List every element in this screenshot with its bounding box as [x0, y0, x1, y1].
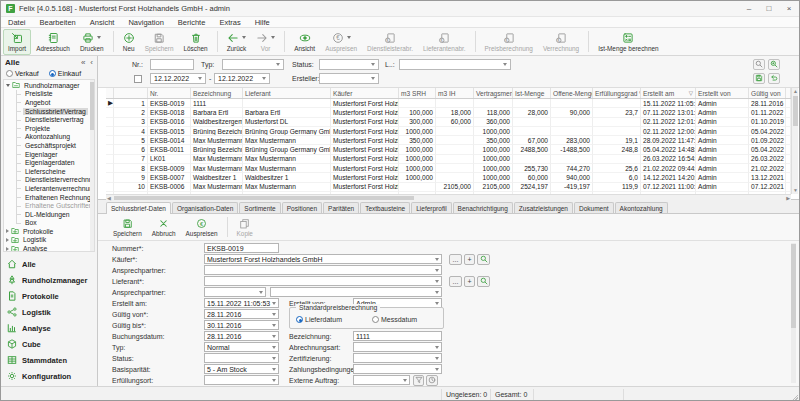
- detail-tab[interactable]: Organisation-Daten: [172, 202, 238, 213]
- advanced-search-button[interactable]: [768, 59, 780, 70]
- nav-analyse[interactable]: Analyse: [1, 320, 97, 336]
- zahlungsbedingungen-select[interactable]: [353, 364, 442, 374]
- auspreisen-button[interactable]: € Auspreisen: [320, 29, 362, 55]
- kaeufer-browse-button[interactable]: ...: [449, 254, 462, 265]
- minimize-button[interactable]: –: [744, 4, 754, 13]
- col-nr[interactable]: Nr.: [148, 88, 191, 98]
- tree-root-rundholzmanager[interactable]: Rundholzmanager: [4, 81, 94, 90]
- detail-tab[interactable]: Sortimente: [239, 202, 280, 213]
- bezeichnung-field[interactable]: 1111: [353, 331, 442, 341]
- col-m3srh[interactable]: m3 SRH: [399, 88, 436, 98]
- nav-rundholzmanager[interactable]: Rundholzmanager: [1, 272, 97, 288]
- menu-item[interactable]: Extras: [212, 18, 247, 27]
- detail-tab[interactable]: Benachrichtigung: [453, 202, 513, 213]
- l-filter-select[interactable]: [399, 59, 511, 70]
- lieferant-select[interactable]: [204, 276, 442, 286]
- tree-item[interactable]: Erhaltenen Rechnungen: [4, 193, 94, 202]
- col-rownum[interactable]: [114, 88, 148, 98]
- kaeufer-select[interactable]: Musterforst Forst Holzhandels GmbH: [204, 254, 442, 264]
- menu-item[interactable]: Navigation: [121, 18, 170, 27]
- search-button[interactable]: [753, 59, 765, 70]
- typ-filter-select[interactable]: [222, 59, 284, 70]
- table-horizontal-scrollbar[interactable]: ◀▶: [106, 194, 791, 200]
- menu-item[interactable]: Berichte: [171, 18, 213, 27]
- detail-tab[interactable]: Zusatzleistungen: [514, 202, 573, 213]
- gueltig-bis-select[interactable]: 30.11.2016: [204, 320, 279, 330]
- tree-scrollbar[interactable]: [90, 80, 94, 251]
- table-vertical-scrollbar[interactable]: ▲▼: [791, 88, 798, 194]
- table-row[interactable]: 2 EKSB-0018 Barbara Ertl Barbara Ertl Mu…: [106, 108, 791, 117]
- zurueck-button[interactable]: Zurück: [222, 29, 252, 55]
- tree-item[interactable]: DL-Meldungen: [4, 210, 94, 219]
- tree-item[interactable]: Lieferantenverrechnung: [4, 184, 94, 193]
- radio-messdatum[interactable]: Messdatum: [372, 316, 417, 323]
- status-filter-select[interactable]: [319, 59, 379, 70]
- table-row[interactable]: 9 EKSB-0007 Waldbesitzer 1 Waldbesitzer …: [106, 173, 791, 182]
- ansprechpartner1-select[interactable]: [204, 265, 442, 275]
- date-from-select[interactable]: 12.12.2022: [150, 73, 206, 84]
- ist-menge-berechnen-button[interactable]: Ist-Menge berechnen: [593, 29, 663, 55]
- table-row[interactable]: 4 EKSB-0015 Brüning Bezeichn... Brüning …: [106, 127, 791, 136]
- tree-item[interactable]: Preisliste: [4, 90, 94, 99]
- tree-item[interactable]: Dienstleistervertrag: [4, 115, 94, 124]
- collapse-all-button[interactable]: «: [81, 58, 85, 67]
- table-row[interactable]: ▶ 1 EKSB-0019 1111 Musterforst Forst Hol…: [106, 99, 791, 108]
- save-filter-button[interactable]: [753, 73, 765, 84]
- buchungsdatum-select[interactable]: 28.11.2016: [204, 331, 279, 341]
- tree-item[interactable]: Geschäftsprojekt: [4, 141, 94, 150]
- form-scrollbar[interactable]: [791, 243, 796, 383]
- lieferant-add-button[interactable]: +: [464, 276, 475, 287]
- detail-auspreisen-button[interactable]: € Auspreisen: [181, 215, 223, 240]
- tree-root-protokolle[interactable]: Protokolle: [4, 227, 94, 236]
- table-row[interactable]: 7 LK01 Max Mustermann Max Mustermann Mus…: [106, 155, 791, 164]
- col-erstellt-am[interactable]: Erstellt am▽: [641, 88, 696, 98]
- ansicht-button[interactable]: Ansicht: [289, 29, 320, 55]
- tree-item[interactable]: Box: [4, 219, 94, 228]
- typ-select[interactable]: Normal: [204, 342, 279, 352]
- radio-lieferdatum[interactable]: Lieferdatum: [296, 316, 342, 323]
- erstellt-am-select[interactable]: 15.11.2022 11:05:53: [204, 298, 279, 308]
- menu-item[interactable]: Bearbeiten: [33, 18, 83, 27]
- tree-item[interactable]: Eigenlager: [4, 150, 94, 159]
- close-button[interactable]: ×: [784, 4, 794, 13]
- tree-item[interactable]: Erhaltene Gutschriften: [4, 201, 94, 210]
- col-erfuellungsgrad[interactable]: Erfüllungsgrad %: [593, 88, 641, 98]
- nav-logistik[interactable]: Logistik: [1, 304, 97, 320]
- table-row[interactable]: 8 EKSB-0009 Max Mustermann Max Musterman…: [106, 164, 791, 173]
- externe-auftrag-history-button[interactable]: [426, 375, 438, 386]
- nav-cube[interactable]: Cube: [1, 336, 97, 352]
- col-marker[interactable]: [106, 88, 114, 98]
- import-button[interactable]: Import: [3, 29, 31, 55]
- tree-root-logistik[interactable]: Logistik: [4, 236, 94, 245]
- col-erstellt-von[interactable]: Erstellt von: [696, 88, 749, 98]
- col-offenemenge[interactable]: Offene-Menge: [551, 88, 593, 98]
- gueltig-von-select[interactable]: 28.11.2016: [204, 309, 279, 319]
- detail-abbruch-button[interactable]: Abbruch: [147, 215, 181, 240]
- nav-stammdaten[interactable]: Stammdaten: [1, 352, 97, 368]
- nav-konfiguration[interactable]: Konfiguration: [1, 368, 97, 384]
- status-select[interactable]: [204, 353, 279, 363]
- erfuellungsort-select[interactable]: [204, 375, 279, 385]
- nr-filter-input[interactable]: [150, 59, 194, 70]
- resize-grip[interactable]: [791, 394, 798, 401]
- tree-item[interactable]: Eigenlagerdaten: [4, 158, 94, 167]
- externe-auftrag-select[interactable]: [353, 375, 410, 385]
- col-kaeufer[interactable]: Käufer: [331, 88, 399, 98]
- radio-einkauf[interactable]: Einkauf: [49, 70, 81, 77]
- tree-item[interactable]: Angebot: [4, 98, 94, 107]
- tree-item[interactable]: Akontozahlung: [4, 133, 94, 142]
- detail-tab[interactable]: Schlussbrief-Daten: [106, 202, 171, 214]
- abrechnungsart-select[interactable]: [353, 342, 442, 352]
- preisberechnung-button[interactable]: € Preisberechnung: [480, 29, 538, 55]
- menu-item[interactable]: Ansicht: [83, 18, 122, 27]
- dienstleisterabr-button[interactable]: € Dienstleisterabr.: [362, 29, 418, 55]
- drucken-button[interactable]: Drucken: [75, 29, 109, 55]
- lieferant-browse-button[interactable]: ...: [449, 276, 462, 287]
- table-row[interactable]: 5 EKSB-0014 Max Mustermann Max Musterman…: [106, 136, 791, 145]
- col-bezeichnung[interactable]: Bezeichnung: [191, 88, 243, 98]
- col-istmenge[interactable]: Ist-Menge: [513, 88, 551, 98]
- col-lieferant[interactable]: Lieferant: [243, 88, 331, 98]
- col-vertragsmenge[interactable]: Vertragsmenge: [474, 88, 513, 98]
- maximize-button[interactable]: □: [764, 4, 774, 13]
- radio-verkauf[interactable]: Verkauf: [6, 70, 39, 77]
